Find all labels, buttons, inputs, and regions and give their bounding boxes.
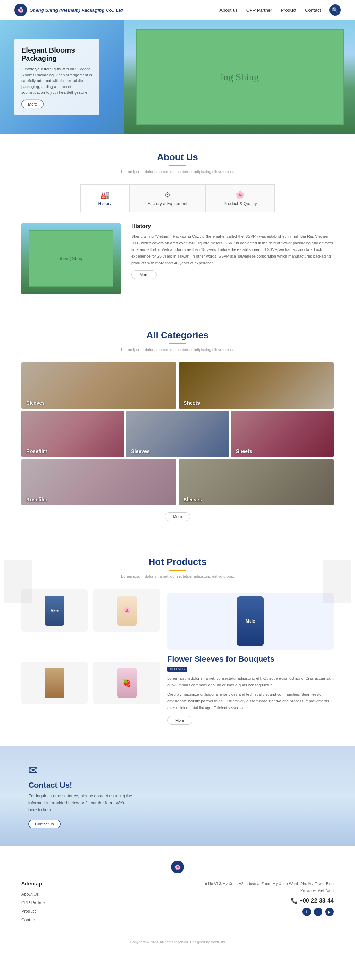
facebook-button[interactable]: f <box>303 907 311 916</box>
cat-label-sheets-2: Sheets <box>231 445 257 457</box>
product-name: Flower Sleeves for Bouquets <box>167 654 334 664</box>
featured-img-inner: Mele <box>237 596 264 646</box>
tab-quality-label: Product & Quality <box>223 201 257 206</box>
nav-cpp[interactable]: CPP Partner <box>246 8 272 13</box>
contact-button[interactable]: Contact us <box>29 820 61 828</box>
footer: 🌸 Sitemap About Us CPP Partner Product C… <box>0 846 355 951</box>
footer-social: f in ▶ <box>185 907 334 916</box>
category-sleeves-1[interactable]: Sleeves <box>21 363 176 409</box>
nav-product[interactable]: Product <box>281 8 296 13</box>
instagram-button[interactable]: in <box>314 907 322 916</box>
about-section: About Us Lorem ipsum dolor sit amet, con… <box>0 134 355 312</box>
sitemap-link-3[interactable]: Contact <box>21 918 36 923</box>
cat-label-sleeves-1: Sleeves <box>21 397 50 409</box>
product-thumb-2[interactable] <box>21 662 88 704</box>
hot-products-underline <box>169 570 186 571</box>
nav-contact[interactable]: Contact <box>305 8 321 13</box>
categories-subtitle: Lorem ipsum dolor sit amet, consectetuer… <box>21 347 334 352</box>
building-thumbnail: Sheng Shing <box>29 230 113 287</box>
about-underline <box>169 165 186 166</box>
phone-number: +00-22-33-44 <box>299 897 334 904</box>
product-thumb-0[interactable]: Mele <box>21 589 88 632</box>
tab-history-label: History <box>98 201 111 206</box>
category-sleeves-3[interactable]: Sleeves <box>179 459 334 505</box>
about-tabs: 🏭 History ⚙ Factory & Equipment 🌸 Produc… <box>21 185 334 213</box>
cat-label-sheets-1: Sheets <box>179 397 205 409</box>
about-text-content: History Sheng Shing (Vietnam) Packaging … <box>132 223 334 294</box>
contact-title: Contact Us! <box>29 781 326 790</box>
history-icon: 🏭 <box>100 191 109 199</box>
footer-logo: 🌸 <box>171 861 184 873</box>
sitemap-link-1[interactable]: CPP Partner <box>21 900 45 905</box>
product-more-button[interactable]: More <box>167 716 192 724</box>
categories-section: All Categories Lorem ipsum dolor sit ame… <box>0 312 355 539</box>
cat-label-sleeves-3: Sleeves <box>179 494 207 505</box>
youtube-button[interactable]: ▶ <box>325 907 334 916</box>
cat-label-sleeves-2: Sleeves <box>126 445 154 457</box>
hot-products-subtitle: Lorem ipsum dolor sit amet, consectetuer… <box>21 574 334 579</box>
category-rosefilm-1[interactable]: Rosefilm <box>21 411 124 457</box>
hero-more-button[interactable]: More <box>21 100 44 108</box>
products-layout: Mele 🌸 🍓 Mele Flower Sleeves for Bouquet… <box>21 589 334 728</box>
product-featured-image: Mele <box>167 593 334 649</box>
thumb-img-3: 🍓 <box>117 668 137 698</box>
product-desc-2: Credibly maximize orthogonal e-services … <box>167 691 334 711</box>
about-title: About Us <box>21 152 334 163</box>
product-detail: Mele Flower Sleeves for Bouquets SLEEVES… <box>167 589 334 728</box>
hot-products-section: Hot Products Lorem ipsum dolor sit amet,… <box>0 539 355 746</box>
categories-row1: Sleeves Sheets <box>21 363 334 409</box>
about-image: Sheng Shing <box>21 223 121 294</box>
sitemap-title: Sitemap <box>21 880 170 886</box>
categories-row2: Rosefilm Sleeves Sheets <box>21 411 334 457</box>
sitemap-item-2: Product <box>21 908 170 914</box>
logo[interactable]: 🌸 Sheng Shing (Vietnam) Packaging Co., L… <box>14 3 123 16</box>
nav-links: About us CPP Partner Product Contact 🔍 <box>219 4 341 16</box>
categories-more-wrap: More <box>21 512 334 521</box>
product-desc-1: Lorem ipsum dolor sit amet, consectetur … <box>167 675 334 688</box>
product-badge: SLEEVES <box>167 667 187 671</box>
category-sleeves-2[interactable]: Sleeves <box>126 411 228 457</box>
about-content: Sheng Shing History Sheng Shing (Vietnam… <box>21 223 334 294</box>
about-content-title: History <box>132 223 334 229</box>
thumb-img-1: 🌸 <box>117 595 137 626</box>
building-facade: ing Shing <box>136 29 344 126</box>
footer-phone: 📞 +00-22-33-44 <box>185 897 334 904</box>
thumb-img-2 <box>45 668 64 698</box>
categories-more-button[interactable]: More <box>165 512 190 521</box>
category-sheets-1[interactable]: Sheets <box>179 363 334 409</box>
sitemap-item-1: CPP Partner <box>21 899 170 906</box>
product-thumb-1[interactable]: 🌸 <box>94 589 160 632</box>
footer-sitemap: Sitemap About Us CPP Partner Product Con… <box>21 880 170 925</box>
category-sheets-2[interactable]: Sheets <box>231 411 334 457</box>
sitemap-link-0[interactable]: About Us <box>21 892 39 897</box>
hero-section: ing Shing Elegant Blooms Packaging Eleva… <box>0 20 355 134</box>
sitemap-item-3: Contact <box>21 916 170 923</box>
tab-factory[interactable]: ⚙ Factory & Equipment <box>130 185 206 213</box>
cat-label-rosefilm-2: Rosefilm <box>21 494 52 505</box>
footer-logo-row: 🌸 <box>21 861 334 873</box>
search-icon: 🔍 <box>331 7 339 13</box>
hero-content-box: Elegant Blooms Packaging Elevate your fl… <box>14 39 100 116</box>
categories-title: All Categories <box>21 330 334 341</box>
tab-factory-label: Factory & Equipment <box>148 201 187 206</box>
about-paragraph: Sheng Shing (Vietnam) Packaging Co.,Ltd … <box>132 233 334 266</box>
sitemap-link-2[interactable]: Product <box>21 909 36 914</box>
hero-description: Elevate your floral gifts with our Elega… <box>21 66 92 95</box>
quality-icon: 🌸 <box>236 191 245 199</box>
search-button[interactable]: 🔍 <box>330 4 341 16</box>
footer-grid: Sitemap About Us CPP Partner Product Con… <box>21 880 334 925</box>
cat-label-rosefilm-1: Rosefilm <box>21 445 52 457</box>
category-rosefilm-2[interactable]: Rosefilm <box>21 459 176 505</box>
contact-description: For inquiries or assistance, please cont… <box>29 793 135 813</box>
tab-quality[interactable]: 🌸 Product & Quality <box>206 185 275 213</box>
phone-icon: 📞 <box>291 897 298 904</box>
building-brand-text: ing Shing <box>220 72 259 83</box>
about-more-button[interactable]: More <box>132 270 157 279</box>
product-thumb-3[interactable]: 🍓 <box>94 662 160 704</box>
thumb-img-0: Mele <box>45 595 64 626</box>
categories-underline <box>169 343 186 344</box>
nav-about[interactable]: About us <box>219 8 238 13</box>
tab-history[interactable]: 🏭 History <box>80 185 130 213</box>
sitemap-list: About Us CPP Partner Product Contact <box>21 891 170 923</box>
contact-section: ✉ Contact Us! For inquiries or assistanc… <box>0 746 355 846</box>
